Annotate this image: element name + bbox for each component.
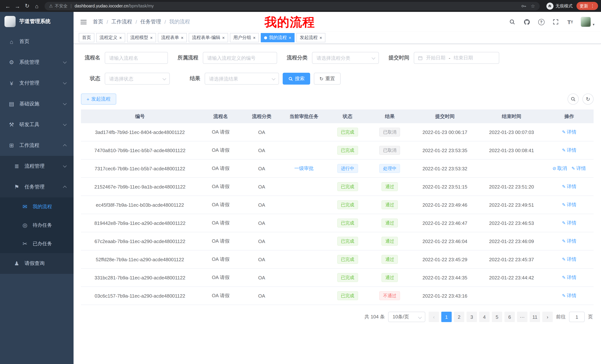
- detail-link[interactable]: ✎详情: [562, 201, 576, 208]
- cell-status: 已完成: [327, 273, 368, 282]
- help-icon[interactable]: ?: [537, 18, 545, 26]
- page-button-5[interactable]: 5: [492, 312, 502, 322]
- submit-time-range-picker[interactable]: 开始日期 - 结束日期: [414, 52, 499, 64]
- detail-link[interactable]: ✎详情: [562, 183, 576, 190]
- yen-icon: ¥: [7, 80, 16, 86]
- breadcrumb-item-home[interactable]: 首页: [93, 19, 103, 25]
- sidebar-item-my-process[interactable]: ✉我的流程: [0, 197, 74, 216]
- category-select[interactable]: [312, 52, 379, 64]
- browser-home-icon[interactable]: ⌂: [32, 1, 42, 11]
- detail-link[interactable]: ✎详情: [562, 220, 576, 226]
- sidebar-item-task-manage[interactable]: ⚑任务管理: [0, 177, 74, 197]
- cell-category: OA: [242, 238, 281, 244]
- result-select-input[interactable]: [205, 73, 279, 85]
- current-task-link[interactable]: 一级审批: [294, 165, 314, 171]
- tab-close-icon[interactable]: ×: [289, 35, 291, 40]
- header-search-icon[interactable]: [508, 18, 516, 26]
- update-button[interactable]: 更新 ⋮: [576, 2, 598, 10]
- tab-start-process[interactable]: 发起流程×: [296, 33, 325, 42]
- browser-refresh-icon[interactable]: ↻: [22, 1, 32, 11]
- url-text: dashboard.yudao.iocoder.cn/bpm/task/my: [75, 4, 154, 8]
- browser-forward-icon[interactable]: →: [13, 1, 22, 11]
- cell-status: 已完成: [327, 182, 368, 191]
- detail-link[interactable]: ✎详情: [562, 274, 576, 281]
- next-page-button[interactable]: ›: [542, 312, 553, 322]
- page-button-6[interactable]: 6: [504, 312, 515, 322]
- status-select-input[interactable]: [105, 73, 170, 85]
- hamburger-icon[interactable]: [80, 18, 88, 26]
- status-select[interactable]: [105, 73, 170, 85]
- tab-process-form[interactable]: 流程表单×: [158, 33, 187, 42]
- table-row: 7470a810-7b9b-11ec-b5b7-acde48001122OA 请…: [81, 141, 594, 160]
- page-button-3[interactable]: 3: [467, 312, 477, 322]
- sidebar-item-workflow[interactable]: ⊞工作流程: [0, 135, 74, 156]
- tab-home[interactable]: 首页: [79, 33, 94, 42]
- reset-button[interactable]: ↻ 重置: [314, 73, 341, 85]
- tab-process-form-edit[interactable]: 流程表单-编辑×: [189, 33, 228, 42]
- breadcrumb-item-workflow[interactable]: 工作流程: [111, 19, 132, 25]
- tab-close-icon[interactable]: ×: [222, 35, 225, 40]
- user-menu[interactable]: ▼: [581, 17, 595, 27]
- prev-page-button[interactable]: ‹: [429, 312, 439, 322]
- process-name-input[interactable]: [105, 52, 168, 64]
- page-button-4[interactable]: 4: [479, 312, 490, 322]
- detail-link[interactable]: ✎详情: [562, 292, 576, 299]
- cell-process-name: OA 请假: [199, 129, 242, 135]
- detail-link[interactable]: ✎详情: [571, 165, 586, 172]
- detail-link[interactable]: ✎详情: [562, 238, 576, 245]
- logo[interactable]: 芋道管理系统: [0, 12, 74, 31]
- sidebar-item-home[interactable]: ⌂首页: [0, 31, 74, 52]
- github-icon[interactable]: [523, 18, 531, 26]
- sidebar-item-payment-manage[interactable]: ¥支付管理: [0, 73, 74, 94]
- tab-close-icon[interactable]: ×: [119, 35, 122, 40]
- cancel-link[interactable]: ⊘取消: [552, 165, 567, 172]
- sidebar-item-infrastructure[interactable]: ▤基础设施: [0, 94, 74, 114]
- sidebar-item-dev-tools[interactable]: ⚒研发工具: [0, 114, 74, 135]
- result-select[interactable]: [205, 73, 279, 85]
- tab-process-model[interactable]: 流程模型×: [127, 33, 156, 42]
- category-select-input[interactable]: [312, 52, 379, 64]
- sidebar-item-process-manage[interactable]: ≣流程管理: [0, 156, 74, 177]
- detail-link[interactable]: ✎详情: [562, 129, 576, 135]
- tab-process-definition[interactable]: 流程定义×: [96, 33, 125, 42]
- sidebar-item-todo-task[interactable]: ◎待办任务: [0, 216, 74, 234]
- page-button-1[interactable]: 1: [441, 312, 452, 322]
- tab-close-icon[interactable]: ×: [150, 35, 153, 40]
- sidebar-item-done-task[interactable]: ✂已办任务: [0, 234, 74, 253]
- pagination-total: 共 104 条: [364, 314, 385, 320]
- fullscreen-icon[interactable]: [551, 18, 560, 26]
- search-button[interactable]: 搜索: [283, 73, 310, 85]
- tab-close-icon[interactable]: ×: [320, 35, 322, 40]
- tab-user-group[interactable]: 用户分组×: [230, 33, 259, 42]
- tab-close-icon[interactable]: ×: [253, 35, 256, 40]
- security-chip[interactable]: ⚠ 不安全: [49, 3, 68, 9]
- home-icon: ⌂: [7, 38, 16, 45]
- avatar[interactable]: [581, 17, 591, 27]
- sidebar-item-system-manage[interactable]: ⚙系统管理: [0, 52, 74, 73]
- tab-close-icon[interactable]: ×: [181, 35, 183, 40]
- show-search-toggle-button[interactable]: [568, 94, 579, 105]
- page-size-select[interactable]: [388, 312, 425, 322]
- more-pages-button[interactable]: ···: [517, 312, 527, 322]
- process-def-input[interactable]: [203, 52, 277, 64]
- font-size-icon[interactable]: TT: [566, 18, 574, 26]
- page-button-11[interactable]: 11: [530, 312, 540, 322]
- sidebar-item-leave-query[interactable]: ♟请假查询: [0, 253, 74, 274]
- browser-menu-icon[interactable]: ⋮: [591, 3, 595, 9]
- cell-end-time: 2022-01-22 23:45:37: [478, 257, 545, 262]
- browser-back-icon[interactable]: ←: [3, 1, 13, 11]
- tab-my-process[interactable]: 我的流程×: [261, 33, 295, 42]
- refresh-table-button[interactable]: ↻: [582, 94, 594, 105]
- password-key-icon[interactable]: [521, 3, 526, 9]
- detail-link[interactable]: ✎详情: [562, 256, 576, 263]
- my-process-icon: ✉: [21, 203, 29, 210]
- page-button-2[interactable]: 2: [454, 312, 464, 322]
- leave-query-icon: ♟: [13, 260, 21, 267]
- address-bar[interactable]: ⚠ 不安全 | dashboard.yudao.iocoder.cn/bpm/t…: [45, 2, 540, 10]
- bookmark-star-icon[interactable]: ☆: [531, 3, 535, 9]
- cell-actions: ✎详情: [545, 183, 594, 190]
- breadcrumb-item-task-manage[interactable]: 任务管理: [140, 19, 161, 25]
- create-process-button[interactable]: + 发起流程: [81, 94, 116, 105]
- detail-link[interactable]: ✎详情: [562, 147, 576, 153]
- jump-page-input[interactable]: [569, 312, 585, 322]
